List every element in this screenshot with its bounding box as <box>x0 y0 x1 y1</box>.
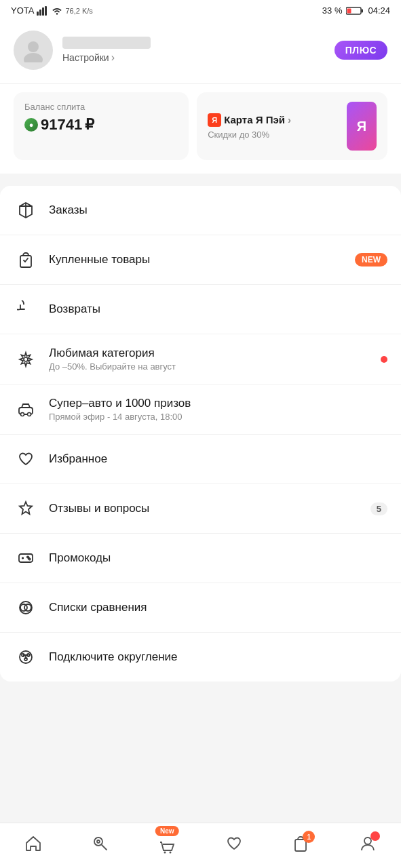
home-icon <box>23 833 43 854</box>
menu-item-returns[interactable]: Возвраты <box>0 285 401 334</box>
returns-title: Возвраты <box>49 302 387 316</box>
yandex-pay-title: Я Карта Я Пэй › <box>208 113 291 127</box>
svg-rect-0 <box>37 12 39 16</box>
time-label: 04:24 <box>368 5 390 16</box>
profile-name <box>62 37 151 49</box>
yandex-pay-card[interactable]: Я Карта Я Пэй › Скидки до 30% Я <box>197 92 387 160</box>
ya-logo: Я <box>208 113 221 127</box>
reviews-badge: 5 <box>370 502 387 515</box>
menu-section: Заказы Купленные товары NEW Возвраты <box>0 186 401 682</box>
nav-catalog[interactable] <box>90 833 111 854</box>
menu-item-reviews[interactable]: Отзывы и вопросы 5 <box>0 484 401 534</box>
speed-label: 76,2 K/s <box>65 7 92 15</box>
purchased-title: Купленные товары <box>49 253 355 267</box>
favorite-category-icon <box>14 347 38 372</box>
super-auto-title: Супер–авто и 1000 призов <box>49 397 387 410</box>
balance-amount: ● 91741₽ <box>24 116 178 134</box>
orders-content: Заказы <box>49 203 387 217</box>
favorite-category-content: Любимая категория До –50%. Выбирайте на … <box>49 347 381 372</box>
svg-rect-7 <box>347 8 351 13</box>
reviews-title: Отзывы и вопросы <box>49 502 370 515</box>
balance-label: Баланс сплита <box>24 102 178 112</box>
signal-icon <box>37 6 49 16</box>
favorite-category-subtitle: До –50%. Выбирайте на август <box>49 361 381 372</box>
orders-nav-badge: 1 <box>303 831 315 843</box>
purchased-icon <box>14 248 38 272</box>
status-left: YOTA 76,2 K/s <box>11 5 93 16</box>
rounding-title: Подключите округление <box>49 650 387 664</box>
yandex-pay-info: Я Карта Я Пэй › Скидки до 30% <box>208 113 291 140</box>
menu-item-super-auto[interactable]: Супер–авто и 1000 призов Прямой эфир - 1… <box>0 384 401 435</box>
svg-point-31 <box>364 837 371 844</box>
promo-content: Промокоды <box>49 551 387 565</box>
cart-icon <box>157 837 177 857</box>
settings-link[interactable]: Настройки › <box>62 52 151 64</box>
nav-profile[interactable] <box>358 833 378 854</box>
svg-rect-2 <box>42 7 44 16</box>
battery-label: 33 % <box>322 5 343 16</box>
promo-icon <box>14 546 38 570</box>
profile-left: Настройки › <box>14 31 151 70</box>
balance-card[interactable]: Баланс сплита ● 91741₽ <box>14 92 189 160</box>
split-coin: ● <box>24 118 38 132</box>
favorite-category-title: Любимая категория <box>49 347 381 360</box>
wifi-icon <box>52 6 62 16</box>
svg-rect-3 <box>45 6 47 16</box>
menu-item-favorite-category[interactable]: Любимая категория До –50%. Выбирайте на … <box>0 334 401 384</box>
reviews-content: Отзывы и вопросы <box>49 502 370 515</box>
plus-badge[interactable]: ПЛЮС <box>335 41 387 60</box>
svg-point-14 <box>28 412 31 416</box>
svg-line-27 <box>102 845 107 850</box>
super-auto-content: Супер–авто и 1000 призов Прямой эфир - 1… <box>49 397 387 422</box>
favorites-icon <box>14 447 38 471</box>
balance-value: 91741 <box>41 116 82 134</box>
rounding-content: Подключите округление <box>49 650 387 664</box>
menu-item-rounding[interactable]: Подключите округление <box>0 633 401 682</box>
svg-point-13 <box>21 412 24 416</box>
favorite-category-dot <box>381 356 387 363</box>
comparison-content: Списки сравнения <box>49 601 387 614</box>
profile-info: Настройки › <box>62 37 151 64</box>
svg-point-20 <box>24 604 31 611</box>
returns-content: Возвраты <box>49 302 387 316</box>
phone-mockup: Я <box>347 102 377 151</box>
menu-item-favorites[interactable]: Избранное <box>0 435 401 484</box>
balance-section: Баланс сплита ● 91741₽ Я Карта Я Пэй › С… <box>0 84 401 179</box>
svg-point-8 <box>28 41 39 52</box>
svg-point-28 <box>164 852 166 854</box>
orders-title: Заказы <box>49 203 387 217</box>
svg-rect-6 <box>362 9 364 12</box>
nav-wishlist[interactable] <box>224 833 244 854</box>
nav-cart[interactable]: New <box>157 830 177 857</box>
favorites-content: Избранное <box>49 452 387 466</box>
favorites-title: Избранное <box>49 452 387 466</box>
menu-item-purchased[interactable]: Купленные товары NEW <box>0 235 401 285</box>
menu-item-promo[interactable]: Промокоды <box>0 534 401 583</box>
catalog-icon <box>90 833 111 854</box>
purchased-new-badge: NEW <box>355 253 387 267</box>
rounding-icon <box>14 645 38 669</box>
menu-item-comparison[interactable]: Списки сравнения <box>0 583 401 633</box>
yandex-pay-subtitle: Скидки до 30% <box>208 130 291 140</box>
bottom-nav: New 1 <box>0 823 401 868</box>
wishlist-icon <box>224 833 244 854</box>
returns-icon <box>14 297 38 321</box>
profile-nav-badge <box>370 831 380 841</box>
currency: ₽ <box>85 116 94 134</box>
super-auto-subtitle: Прямой эфир - 14 августа, 18:00 <box>49 412 387 422</box>
nav-home[interactable] <box>23 833 43 854</box>
profile-section: Настройки › ПЛЮС <box>0 20 401 84</box>
svg-point-4 <box>56 13 58 14</box>
menu-item-orders[interactable]: Заказы <box>0 186 401 235</box>
svg-rect-1 <box>39 9 41 16</box>
carrier-label: YOTA <box>11 5 34 16</box>
battery-icon <box>346 6 364 16</box>
nav-orders[interactable]: 1 <box>290 833 311 854</box>
super-auto-icon <box>14 397 38 422</box>
purchased-content: Купленные товары <box>49 253 355 267</box>
comparison-icon <box>14 595 38 620</box>
cart-new-badge: New <box>155 826 179 836</box>
avatar <box>14 31 53 70</box>
svg-rect-15 <box>19 554 33 562</box>
svg-point-9 <box>24 53 43 62</box>
